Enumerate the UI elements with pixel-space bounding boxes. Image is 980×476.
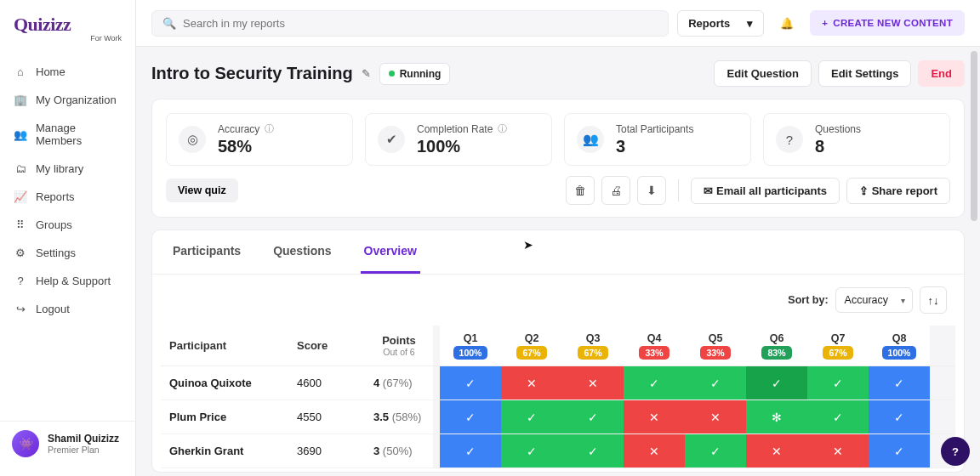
edit-title-icon[interactable]: ✎ [362, 67, 371, 80]
table-row[interactable]: Plum Price45503.5 (58%)✓✓✓✕✕✻✓✓ [161, 400, 955, 434]
answer-cell[interactable]: ✕ [501, 366, 562, 400]
answer-cell[interactable]: ✕ [685, 400, 746, 434]
end-button[interactable]: End [918, 60, 965, 87]
sidebar-item-settings[interactable]: ⚙Settings [0, 239, 135, 267]
answer-cell[interactable]: ✓ [501, 400, 562, 434]
notifications-icon[interactable]: 🔔 [772, 8, 801, 37]
status-dot-icon [389, 71, 395, 76]
create-content-button[interactable]: + CREATE NEW CONTENT [810, 10, 965, 36]
answer-cell[interactable]: ✓ [869, 434, 930, 468]
download-icon-button[interactable]: ⬇ [637, 176, 666, 205]
nav-label: My Organization [36, 94, 117, 106]
answer-cell[interactable]: ✓ [562, 434, 624, 468]
answer-cell[interactable]: ✓ [869, 400, 930, 434]
answer-cell[interactable]: ✓ [562, 400, 624, 434]
answer-cell[interactable]: ✕ [807, 434, 869, 468]
check-icon: ✓ [807, 366, 869, 400]
email-participants-label: Email all participants [716, 184, 827, 197]
scrollbar[interactable] [971, 51, 977, 221]
share-report-button[interactable]: ⇪ Share report [846, 178, 950, 204]
sidebar-item-my-library[interactable]: 🗂My library [0, 155, 135, 183]
stat-value: 3 [616, 137, 693, 156]
stat-total-participants: 👥Total Participants3 [564, 113, 751, 166]
sidebar-item-groups[interactable]: ⠿Groups [0, 211, 135, 239]
col-q7[interactable]: Q767% [807, 326, 869, 366]
q-pct-badge: 67% [516, 346, 546, 360]
sort-direction-button[interactable]: ↑↓ [920, 286, 947, 314]
answer-cell[interactable]: ✓ [685, 434, 746, 468]
page-title: Intro to Security Training [151, 64, 353, 83]
info-icon[interactable]: ⓘ [498, 122, 507, 135]
answer-cell[interactable]: ✓ [746, 366, 807, 400]
answer-cell[interactable]: ✓ [440, 400, 501, 434]
col-q5[interactable]: Q533% [685, 326, 746, 366]
table-row[interactable]: Gherkin Grant36903 (50%)✓✓✓✕✓✕✕✓ [161, 434, 955, 468]
user-card[interactable]: 👾 Shamil Quizizz Premier Plan [0, 421, 135, 466]
check-icon: ✓ [440, 366, 501, 400]
table-row[interactable]: Quinoa Quixote46004 (67%)✓✕✕✓✓✓✓✓ [161, 366, 955, 400]
nav-icon: 👥 [14, 128, 27, 141]
print-icon-button[interactable]: 🖨 [601, 176, 630, 205]
email-participants-button[interactable]: ✉ Email all participants [691, 178, 840, 204]
answer-cell[interactable]: ✻ [746, 400, 807, 434]
nav-icon: ? [14, 275, 27, 287]
nav-icon: 🏢 [14, 94, 27, 106]
search-input[interactable] [183, 17, 658, 30]
col-q2[interactable]: Q267% [501, 326, 562, 366]
col-q4[interactable]: Q433% [624, 326, 685, 366]
stat-accuracy: ◎Accuracy ⓘ58% [166, 113, 353, 166]
sort-select[interactable]: Accuracy [835, 287, 913, 313]
answer-cell[interactable]: ✓ [807, 400, 869, 434]
answer-cell[interactable]: ✓ [869, 366, 930, 400]
nav-label: Help & Support [36, 275, 111, 287]
stat-label: Accuracy ⓘ [218, 122, 274, 135]
tab-participants[interactable]: Participants [169, 230, 244, 274]
nav-icon: ↪ [14, 303, 27, 315]
check-icon: ✓ [624, 366, 685, 400]
answer-cell[interactable]: ✓ [807, 366, 869, 400]
stat-label: Total Participants [616, 123, 693, 135]
reports-dropdown[interactable]: Reports ▾ [677, 10, 764, 37]
stats-row: ◎Accuracy ⓘ58%✔Completion Rate ⓘ100%👥Tot… [166, 113, 950, 166]
tab-questions[interactable]: Questions [270, 230, 334, 274]
col-participant[interactable]: Participant [161, 326, 288, 366]
answer-cell[interactable]: ✕ [746, 434, 807, 468]
answer-cell[interactable]: ✓ [440, 366, 501, 400]
stat-label: Questions [815, 123, 861, 135]
stat-label: Completion Rate ⓘ [417, 122, 507, 135]
answer-cell[interactable]: ✓ [685, 366, 746, 400]
col-q8[interactable]: Q8100% [869, 326, 930, 366]
search-box[interactable]: 🔍 [151, 10, 669, 37]
col-score[interactable]: Score [288, 326, 365, 366]
col-q1[interactable]: Q1100% [440, 326, 501, 366]
nav-label: Logout [36, 303, 70, 315]
col-q3[interactable]: Q367% [562, 326, 624, 366]
view-quiz-button[interactable]: View quiz [166, 178, 238, 202]
sidebar-item-logout[interactable]: ↪Logout [0, 295, 135, 323]
brand-logo[interactable]: Quizizz For Work [0, 10, 135, 54]
sidebar-item-home[interactable]: ⌂Home [0, 58, 135, 86]
answer-cell[interactable]: ✕ [562, 366, 624, 400]
col-q6[interactable]: Q683% [746, 326, 807, 366]
tab-overview[interactable]: Overview [361, 230, 420, 274]
answer-cell[interactable]: ✓ [440, 434, 501, 468]
answer-cell[interactable]: ✓ [501, 434, 562, 468]
col-points[interactable]: Points Out of 6 [365, 326, 433, 366]
answer-cell[interactable]: ✕ [624, 434, 685, 468]
cell-points: 3.5 (58%) [365, 400, 433, 434]
help-fab[interactable]: ? [941, 437, 970, 466]
edit-question-button[interactable]: Edit Question [714, 60, 812, 87]
sidebar-item-help-support[interactable]: ?Help & Support [0, 267, 135, 295]
answer-cell[interactable]: ✕ [624, 400, 685, 434]
delete-icon-button[interactable]: 🗑 [566, 176, 595, 205]
check-icon: ✓ [440, 400, 501, 434]
edit-settings-button[interactable]: Edit Settings [818, 60, 911, 87]
sidebar-item-my-organization[interactable]: 🏢My Organization [0, 86, 135, 114]
info-icon[interactable]: ⓘ [265, 122, 274, 135]
sidebar-item-manage-members[interactable]: 👥Manage Members [0, 114, 135, 155]
overview-table: Participant Score Points Out of 6 Q1100%… [161, 326, 955, 468]
sidebar-item-reports[interactable]: 📈Reports [0, 183, 135, 211]
status-pill: Running [379, 63, 451, 85]
cell-score: 3690 [288, 434, 365, 468]
answer-cell[interactable]: ✓ [624, 366, 685, 400]
